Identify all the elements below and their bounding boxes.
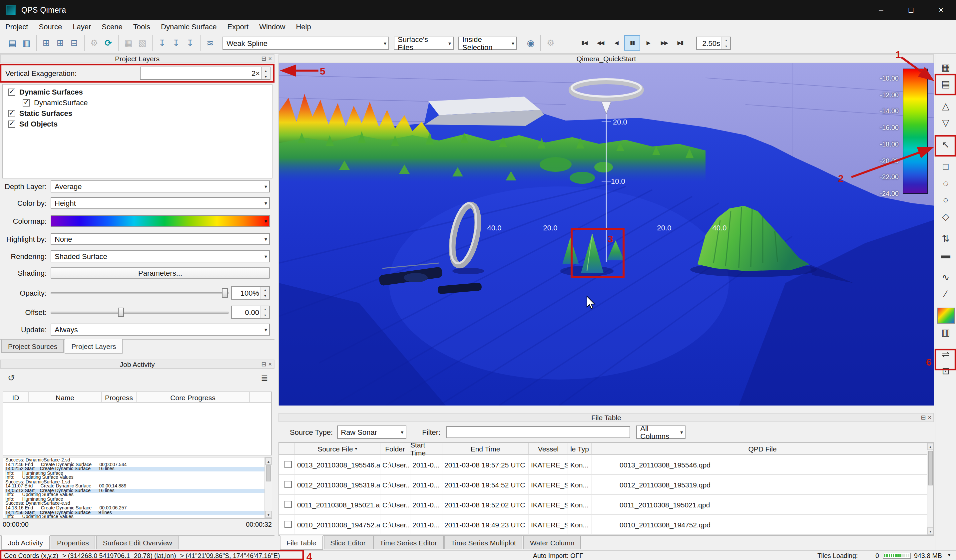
auto-process-gear-icon[interactable]: ⚙ bbox=[87, 35, 101, 51]
column-progress[interactable]: Progress bbox=[102, 392, 137, 402]
bounding-box-3d-icon[interactable]: ⊡ bbox=[937, 363, 954, 379]
project-info-icon[interactable]: ▥ bbox=[19, 35, 33, 51]
row-checkbox[interactable] bbox=[284, 461, 291, 468]
sounding-filter-icon[interactable]: ↧ bbox=[183, 35, 197, 51]
ruler-tool-icon[interactable]: ∕ bbox=[937, 285, 954, 302]
job-log[interactable]: Success: DynamicSurface-2.sd14:12:46 End… bbox=[3, 457, 272, 519]
color-by-select[interactable]: Height ▾ bbox=[50, 197, 270, 209]
tab-time-series-editor[interactable]: Time Series Editor bbox=[373, 536, 444, 549]
tab-file-table[interactable]: File Table bbox=[280, 535, 323, 550]
columns-filter-select[interactable]: All Columns ▾ bbox=[636, 425, 686, 439]
close-button[interactable]: × bbox=[926, 0, 956, 20]
tab-project-layers[interactable]: Project Layers bbox=[64, 339, 123, 354]
row-checkbox[interactable] bbox=[284, 501, 291, 508]
fast-forward-button[interactable]: ▶▶ bbox=[656, 35, 672, 50]
offset-slider-handle[interactable] bbox=[118, 307, 124, 317]
rendering-select[interactable]: Shaded Surface ▾ bbox=[50, 250, 270, 262]
project-layers-header[interactable]: Project Layers ⊟ × bbox=[0, 54, 275, 63]
eraser-tool-icon[interactable]: ▬ bbox=[937, 247, 954, 263]
new-project-icon[interactable]: ▤ bbox=[5, 35, 19, 51]
menu-item[interactable]: Export bbox=[222, 20, 254, 33]
file-table-row[interactable]: 0013_20110308_195546.all C:\User... 2011… bbox=[279, 455, 933, 475]
opacity-slider-handle[interactable] bbox=[222, 288, 228, 297]
orbit-rotate-icon[interactable]: ⇌ bbox=[937, 346, 954, 362]
depth-layer-select[interactable]: Average ▾ bbox=[50, 180, 270, 192]
file-table-scrollbar[interactable]: ▴ ▾ bbox=[927, 443, 933, 535]
playback-speed-spinner[interactable]: 2.50s ▴ ▾ bbox=[696, 36, 731, 50]
profile-chart-icon[interactable]: ∿ bbox=[937, 269, 954, 285]
job-activity-header[interactable]: Job Activity ⊟ × bbox=[0, 359, 275, 369]
dock-float-icon[interactable]: ⊟ bbox=[261, 361, 266, 367]
scroll-up-icon[interactable]: ▴ bbox=[927, 443, 933, 450]
pause-button[interactable]: ▮▮ bbox=[624, 35, 640, 50]
tab-surface-edit-overview[interactable]: Surface Edit Overview bbox=[96, 536, 179, 549]
tab-job-activity[interactable]: Job Activity bbox=[2, 535, 50, 550]
offset-slider[interactable] bbox=[50, 306, 228, 318]
layers-view-icon[interactable]: ▤ bbox=[937, 76, 954, 92]
swath-angle-icon[interactable]: △ bbox=[937, 98, 954, 114]
tab-time-series-multiplot[interactable]: Time Series Multiplot bbox=[444, 536, 523, 549]
tree-item[interactable]: DynamicSurface bbox=[3, 97, 272, 108]
menu-item[interactable]: Project bbox=[0, 20, 34, 33]
column-vessel[interactable]: Vessel bbox=[529, 443, 568, 454]
column-end-time[interactable]: End Time bbox=[442, 443, 529, 454]
rectangle-select-icon[interactable]: □ bbox=[937, 158, 954, 174]
highlight-by-select[interactable]: None ▾ bbox=[50, 233, 270, 245]
beam-angle-icon[interactable]: ▽ bbox=[937, 115, 954, 130]
column-source-file[interactable]: Source File ▾ bbox=[295, 443, 381, 454]
update-select[interactable]: Always ▾ bbox=[50, 323, 270, 335]
dock-float-icon[interactable]: ⊟ bbox=[261, 55, 266, 62]
menu-item[interactable]: Help bbox=[291, 20, 316, 33]
menu-item[interactable]: Window bbox=[254, 20, 291, 33]
colormap-select[interactable]: ▾ bbox=[50, 215, 270, 227]
lasso-select-icon[interactable]: ◌ bbox=[937, 175, 954, 191]
tab-properties[interactable]: Properties bbox=[50, 536, 96, 549]
column-id[interactable]: ID bbox=[3, 392, 29, 402]
grid-tool-icon[interactable]: ▦ bbox=[121, 35, 135, 51]
dock-close-icon[interactable]: × bbox=[928, 414, 931, 421]
color-surface-icon[interactable] bbox=[937, 307, 954, 324]
slope-filter-icon[interactable]: ◉ bbox=[524, 35, 538, 51]
surface-files-select[interactable]: Surface's Files ▾ bbox=[394, 36, 454, 50]
menu-item[interactable]: Scene bbox=[96, 20, 127, 33]
tree-item[interactable]: Dynamic Surfaces bbox=[3, 86, 272, 97]
sounding-edit-icon[interactable]: ↧ bbox=[169, 35, 183, 51]
log-scrollbar[interactable]: ▴ ▾ bbox=[264, 458, 272, 518]
add-processed-points-icon[interactable]: ⊞ bbox=[53, 35, 67, 51]
reprocess-icon[interactable]: ⟳ bbox=[101, 35, 115, 51]
shading-parameters-button[interactable]: Parameters... bbox=[50, 267, 270, 279]
dock-close-icon[interactable]: × bbox=[268, 361, 272, 367]
skip-end-button[interactable]: ▶▮ bbox=[672, 35, 688, 50]
spin-up-icon[interactable]: ▴ bbox=[261, 287, 269, 293]
water-column-tool-icon[interactable]: ≋ bbox=[203, 35, 217, 51]
scroll-down-icon[interactable]: ▾ bbox=[265, 511, 272, 518]
rewind-button[interactable]: ◀◀ bbox=[592, 35, 608, 50]
skip-start-button[interactable]: ▮◀ bbox=[576, 35, 592, 50]
spin-down-icon[interactable]: ▾ bbox=[261, 293, 269, 299]
filter-input[interactable] bbox=[447, 426, 630, 438]
row-checkbox[interactable] bbox=[284, 481, 291, 488]
spin-up-icon[interactable]: ▴ bbox=[261, 306, 269, 312]
spin-down-icon[interactable]: ▾ bbox=[261, 312, 269, 318]
spin-up-icon[interactable]: ▴ bbox=[722, 37, 730, 43]
spin-down-icon[interactable]: ▾ bbox=[262, 73, 270, 79]
tree-item[interactable]: Sd Objects bbox=[3, 119, 272, 129]
column-name[interactable]: Name bbox=[29, 392, 102, 402]
chevron-down-icon[interactable]: ▾ bbox=[948, 553, 950, 558]
column-file-type[interactable]: le Typ bbox=[568, 443, 591, 454]
job-log-menu-icon[interactable]: ≣ bbox=[258, 372, 270, 384]
column-qpd-file[interactable]: QPD File bbox=[591, 443, 933, 454]
file-table-row[interactable]: 0011_20110308_195021.all C:\User... 2011… bbox=[279, 495, 933, 515]
selection-scope-select[interactable]: Inside Selection ▾ bbox=[458, 36, 517, 50]
tab-project-sources[interactable]: Project Sources bbox=[2, 340, 64, 353]
row-checkbox[interactable] bbox=[284, 521, 291, 528]
sounding-flag-icon[interactable]: ↧ bbox=[155, 35, 169, 51]
checkbox-icon[interactable] bbox=[8, 88, 15, 96]
scene-header[interactable]: Qimera_QuickStart bbox=[278, 54, 934, 63]
spline-mode-select[interactable]: Weak Spline ▾ bbox=[223, 36, 389, 50]
vertical-exaggeration-spinner[interactable]: 2× ▴ ▾ bbox=[140, 67, 270, 80]
checkbox-icon[interactable] bbox=[8, 110, 15, 117]
column-folder[interactable]: Folder bbox=[381, 443, 410, 454]
opacity-spinner[interactable]: 100% ▴ ▾ bbox=[231, 286, 270, 299]
checkbox-icon[interactable] bbox=[8, 120, 15, 127]
